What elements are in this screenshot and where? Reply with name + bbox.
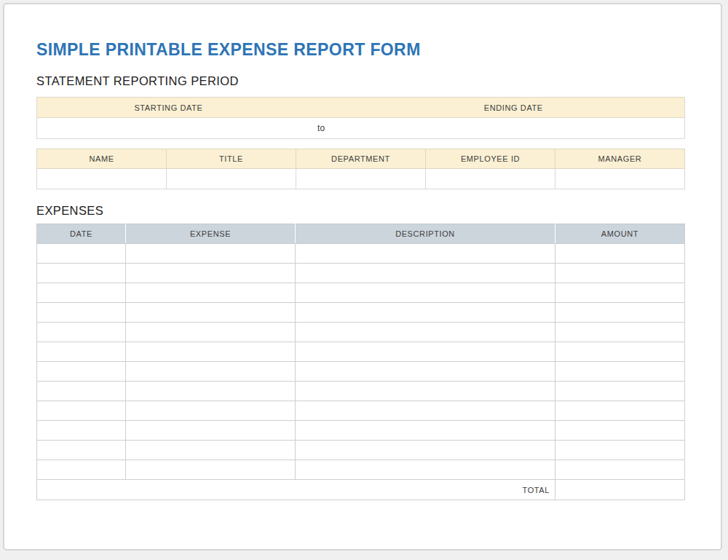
- expense-name-field[interactable]: [125, 421, 295, 441]
- manager-header: MANAGER: [555, 149, 685, 169]
- title-header: TITLE: [167, 149, 296, 169]
- expense-date-field[interactable]: [37, 244, 126, 264]
- employee-id-field[interactable]: [426, 169, 555, 189]
- expense-description-field[interactable]: [296, 421, 555, 441]
- expense-name-field[interactable]: [125, 401, 295, 421]
- expense-description-field[interactable]: [296, 382, 555, 401]
- expense-date-field[interactable]: [37, 342, 126, 362]
- expense-amount-field[interactable]: [555, 382, 684, 401]
- expense-row: [37, 244, 685, 264]
- expense-header: EXPENSE: [125, 224, 295, 244]
- total-label: TOTAL: [37, 480, 555, 500]
- expense-date-field[interactable]: [37, 303, 126, 323]
- expense-description-field[interactable]: [296, 264, 555, 283]
- expense-name-field[interactable]: [125, 441, 295, 460]
- expense-amount-field[interactable]: [555, 460, 684, 480]
- expense-row: [37, 421, 685, 441]
- expense-date-field[interactable]: [37, 421, 126, 441]
- expense-rows: [37, 244, 685, 480]
- expense-name-field[interactable]: [125, 244, 295, 264]
- date-separator-label: to: [300, 118, 343, 139]
- department-header: DEPARTMENT: [296, 149, 426, 169]
- employee-info-value-row: [37, 169, 685, 189]
- total-amount-field[interactable]: [555, 480, 684, 500]
- expense-description-field[interactable]: [296, 323, 555, 342]
- expense-date-field[interactable]: [37, 362, 126, 382]
- starting-date-header: STARTING DATE: [37, 98, 300, 118]
- expense-row: [37, 323, 685, 342]
- expense-row: [37, 264, 685, 283]
- expense-name-field[interactable]: [125, 303, 295, 323]
- expense-description-field[interactable]: [296, 362, 555, 382]
- expense-amount-field[interactable]: [555, 244, 684, 264]
- employee-info-header-row: NAME TITLE DEPARTMENT EMPLOYEE ID MANAGE…: [37, 149, 685, 169]
- expense-amount-field[interactable]: [555, 303, 684, 323]
- date-header: DATE: [37, 224, 126, 244]
- expense-row: [37, 441, 685, 460]
- employee-info-table: NAME TITLE DEPARTMENT EMPLOYEE ID MANAGE…: [36, 149, 685, 189]
- expense-name-field[interactable]: [125, 460, 295, 480]
- reporting-period-header-spacer: [300, 98, 343, 118]
- expense-row: [37, 283, 685, 303]
- expense-date-field[interactable]: [37, 323, 126, 342]
- expense-row: [37, 382, 685, 401]
- name-header: NAME: [37, 149, 167, 169]
- expense-row: [37, 401, 685, 421]
- expense-date-field[interactable]: [37, 441, 126, 460]
- expense-amount-field[interactable]: [555, 421, 684, 441]
- expense-description-field[interactable]: [296, 441, 555, 460]
- expense-date-field[interactable]: [37, 401, 126, 421]
- expenses-total-row: TOTAL: [37, 480, 685, 500]
- title-field[interactable]: [167, 169, 296, 189]
- expense-amount-field[interactable]: [555, 401, 684, 421]
- expense-row: [37, 303, 685, 323]
- expense-name-field[interactable]: [125, 362, 295, 382]
- employee-id-header: EMPLOYEE ID: [426, 149, 555, 169]
- expense-name-field[interactable]: [125, 323, 295, 342]
- expense-date-field[interactable]: [37, 283, 126, 303]
- reporting-period-value-row: to: [37, 118, 685, 139]
- name-field[interactable]: [37, 169, 167, 189]
- page-content: SIMPLE PRINTABLE EXPENSE REPORT FORM STA…: [4, 4, 721, 500]
- starting-date-field[interactable]: [37, 118, 300, 139]
- description-header: DESCRIPTION: [296, 224, 555, 244]
- reporting-period-header-row: STARTING DATE ENDING DATE: [37, 98, 685, 118]
- expense-amount-field[interactable]: [555, 362, 684, 382]
- expense-date-field[interactable]: [37, 264, 126, 283]
- ending-date-header: ENDING DATE: [343, 98, 685, 118]
- expense-name-field[interactable]: [125, 382, 295, 401]
- expense-row: [37, 362, 685, 382]
- expense-amount-field[interactable]: [555, 283, 684, 303]
- reporting-period-table: STARTING DATE ENDING DATE to: [36, 97, 685, 139]
- document-page: SIMPLE PRINTABLE EXPENSE REPORT FORM STA…: [3, 3, 722, 551]
- expense-description-field[interactable]: [296, 244, 555, 264]
- expense-description-field[interactable]: [296, 460, 555, 480]
- expenses-table: DATE EXPENSE DESCRIPTION AMOUNT TOTAL: [36, 224, 685, 500]
- expense-amount-field[interactable]: [555, 264, 684, 283]
- amount-header: AMOUNT: [555, 224, 684, 244]
- expenses-heading: EXPENSES: [36, 203, 685, 218]
- manager-field[interactable]: [555, 169, 685, 189]
- expense-amount-field[interactable]: [555, 342, 684, 362]
- expense-name-field[interactable]: [125, 342, 295, 362]
- expense-date-field[interactable]: [37, 382, 126, 401]
- expense-description-field[interactable]: [296, 342, 555, 362]
- expense-name-field[interactable]: [125, 283, 295, 303]
- document-title: SIMPLE PRINTABLE EXPENSE REPORT FORM: [36, 40, 685, 60]
- expense-date-field[interactable]: [37, 460, 126, 480]
- expense-description-field[interactable]: [296, 401, 555, 421]
- expense-description-field[interactable]: [296, 283, 555, 303]
- ending-date-field[interactable]: [343, 118, 685, 139]
- expense-amount-field[interactable]: [555, 323, 684, 342]
- department-field[interactable]: [296, 169, 426, 189]
- expense-description-field[interactable]: [296, 303, 555, 323]
- expenses-header-row: DATE EXPENSE DESCRIPTION AMOUNT: [37, 224, 685, 244]
- expense-row: [37, 342, 685, 362]
- expense-name-field[interactable]: [125, 264, 295, 283]
- expense-amount-field[interactable]: [555, 441, 684, 460]
- expense-row: [37, 460, 685, 480]
- reporting-period-heading: STATEMENT REPORTING PERIOD: [36, 74, 685, 88]
